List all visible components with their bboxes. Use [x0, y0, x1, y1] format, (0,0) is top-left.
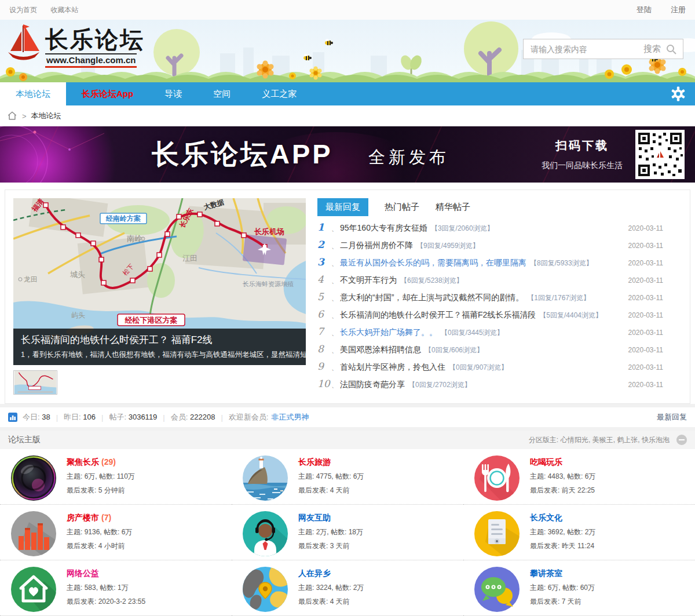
topic-title-link[interactable]: 不文明开车行为 — [340, 275, 397, 286]
set-home-link[interactable]: 设为首页 — [9, 6, 37, 14]
globe-pin-icon[interactable] — [242, 566, 288, 613]
search-icon[interactable] — [665, 43, 677, 55]
forum-category-cell: 吃喝玩乐 主题: 4483, 帖数: 6万 最后发表: 前天 22:25 — [463, 449, 695, 505]
document-icon[interactable] — [474, 511, 520, 557]
topic-tab[interactable]: 热门帖子 — [385, 198, 419, 216]
category-lastpost: 最后发表: 4 天前 — [298, 597, 364, 607]
slide-caption-title[interactable]: 长乐福清间的地铁什么时侯开工？ 福莆F2线 — [21, 333, 298, 347]
topic-title-link[interactable]: 意大利的“封国”，却在上演与武汉截然不同的剧情。 — [340, 293, 524, 303]
topic-tab[interactable]: 精华帖子 — [436, 198, 470, 216]
main-panel: 经南岭方案 经松下港区方案 福清 南岭 长乐东 大数据 长乐机场 江田 城头 龙… — [5, 189, 690, 404]
sailboat-logo-icon — [6, 24, 42, 63]
house-heart-icon[interactable] — [10, 566, 57, 613]
site-name: 长乐论坛 — [45, 28, 145, 51]
topic-title-link[interactable]: 美国邓恩涂料招聘信息 — [340, 345, 421, 355]
topic-title-link[interactable]: 二月份福州房价不降 — [340, 240, 413, 251]
topic-title-link[interactable]: 首站划片学区神房，拎包入住 — [340, 362, 445, 373]
category-stats: 主题: 6万, 帖数: 110万 — [67, 472, 135, 482]
login-link[interactable]: 登陆 — [637, 5, 652, 14]
bookmark-link[interactable]: 收藏本站 — [50, 6, 78, 14]
latest-reply-link[interactable]: 最新回复 — [657, 412, 687, 422]
topic-title-link[interactable]: 长乐大妈开始广场舞了。。 — [340, 327, 437, 338]
stat-segment: 会员: 222208 — [171, 412, 215, 422]
camera-lens-icon[interactable] — [10, 455, 57, 501]
topic-row: 9、 首站划片学区神房，拎包入住 【0回复/907浏览】 2020-03-11 — [317, 360, 682, 378]
topic-rank: 2 — [317, 239, 331, 250]
svg-text:长乐海蚌资源增殖: 长乐海蚌资源增殖 — [242, 280, 294, 287]
topic-row: 2、 二月份福州房价不降 【9回复/4959浏览】 2020-03-11 — [317, 239, 682, 256]
app-banner[interactable]: 长乐论坛APP 全新发布 扫码下载 我们一同品味长乐生活 — [0, 126, 695, 183]
new-member-link[interactable]: 非正式男神 — [271, 412, 309, 422]
svg-text:经南岭方案: 经南岭方案 — [105, 214, 141, 223]
topic-meta: 【1回复/1767浏览】 — [527, 293, 590, 303]
topic-meta: 【9回复/4959浏览】 — [416, 241, 480, 251]
forum-category-cell: 攀讲茶室 主题: 6万, 帖数: 60万 最后发表: 7 天前 — [463, 560, 695, 616]
banner-network-globe — [0, 126, 133, 183]
forum-category-cell: 网友互助 主题: 2万, 帖数: 18万 最后发表: 3 天前 — [232, 505, 463, 560]
banner-slogan: 我们一同品味长乐生活 — [542, 161, 623, 171]
settings-gear-icon[interactable] — [671, 86, 686, 104]
search-input[interactable] — [529, 44, 640, 54]
topic-row: 8、 美国邓恩涂料招聘信息 【0回复/606浏览】 2020-03-11 — [317, 343, 682, 360]
category-title[interactable]: 人在异乡 — [298, 568, 331, 579]
svg-text:龙田: 龙田 — [24, 275, 38, 283]
property-bars-icon[interactable] — [10, 511, 57, 557]
topic-rank: 4 — [317, 274, 331, 285]
nav-item[interactable]: 导读 — [149, 82, 197, 105]
topic-date: 2020-03-11 — [623, 381, 664, 389]
forum-section-title[interactable]: 论坛主版 — [8, 435, 41, 445]
svg-text:城头: 城头 — [70, 270, 85, 279]
topic-title-link[interactable]: 法国防疫奇葩分享 — [340, 380, 405, 390]
topic-rank: 1 — [317, 221, 331, 233]
topic-rank: 7 — [317, 326, 331, 337]
topic-meta: 【0回复/2702浏览】 — [408, 380, 471, 390]
breadcrumb-current[interactable]: 本地论坛 — [31, 111, 61, 121]
stat-segment: 昨日: 106 — [64, 412, 96, 422]
moderators-label: 分区版主: — [529, 435, 558, 445]
seaside-photo-icon[interactable] — [242, 455, 288, 501]
category-title[interactable]: 吃喝玩乐 — [530, 457, 562, 468]
nav-item[interactable]: 长乐论坛App — [66, 82, 149, 105]
category-title[interactable]: 长乐文化 — [530, 513, 562, 523]
topic-title-link[interactable]: 长乐福清间的地铁什么时侯开工？福莆F2线长乐福清段 — [340, 310, 536, 320]
forum-category-cell: 人在异乡 主题: 3224, 帖数: 2万 最后发表: 4 天前 — [232, 560, 463, 616]
topic-rank: 6 — [317, 308, 331, 320]
category-badge: (7) — [101, 513, 111, 522]
support-agent-icon[interactable] — [242, 511, 288, 557]
featured-slide[interactable]: 经南岭方案 经松下港区方案 福清 南岭 长乐东 大数据 长乐机场 江田 城头 龙… — [13, 198, 306, 365]
category-title[interactable]: 网友互助 — [298, 513, 331, 523]
category-title[interactable]: 网络公益 — [67, 568, 99, 579]
slide-thumbnail[interactable] — [13, 370, 57, 395]
topic-date: 2020-03-11 — [623, 363, 664, 371]
category-lastpost: 最后发表: 7 天前 — [530, 597, 595, 607]
chat-bubbles-icon[interactable] — [474, 566, 520, 613]
register-link[interactable]: 注册 — [671, 5, 686, 14]
forum-category-cell: 聚焦长乐(29) 主题: 6万, 帖数: 110万 最后发表: 5 分钟前 — [0, 449, 232, 505]
topic-tab[interactable]: 最新回复 — [317, 198, 368, 216]
topic-row: 6、 长乐福清间的地铁什么时侯开工？福莆F2线长乐福清段 【5回复/4404浏览… — [317, 308, 682, 326]
nav-item[interactable]: 义工之家 — [246, 82, 312, 105]
topic-title-link[interactable]: 最近有从国外会长乐的吗，需要隔离吗，在哪里隔离 — [340, 258, 526, 268]
site-logo[interactable]: 长乐论坛 www.Changle.com.cn — [6, 24, 145, 68]
topic-meta: 【3回复/2060浏览】 — [431, 224, 494, 234]
category-title[interactable]: 长乐旅游 — [298, 457, 331, 468]
collapse-button[interactable] — [676, 435, 687, 445]
nav-item[interactable]: 本地论坛 — [0, 82, 66, 105]
category-title[interactable]: 聚焦长乐 — [67, 457, 99, 468]
category-title[interactable]: 房产楼市 — [67, 513, 99, 523]
welcome-label: 欢迎新会员: — [229, 412, 269, 422]
home-icon[interactable] — [7, 111, 17, 121]
stat-segment: 帖子: 3036119 — [109, 412, 157, 422]
moderators-links[interactable]: 心情阳光, 美猴王, 鹤上张, 快乐泡泡 — [561, 435, 670, 445]
stat-segment: 今日: 38 — [23, 412, 50, 422]
dining-icon[interactable] — [474, 455, 520, 501]
search-button[interactable]: 搜索 — [643, 43, 661, 54]
topic-title-link[interactable]: 95年160大专有房女征婚 — [340, 223, 427, 234]
forum-category-cell: 房产楼市(7) 主题: 9136, 帖数: 6万 最后发表: 4 小时前 — [0, 505, 232, 560]
svg-text:经松下港区方案: 经松下港区方案 — [125, 316, 178, 325]
category-lastpost: 最后发表: 4 天前 — [298, 486, 364, 495]
topic-row: 4、 不文明开车行为 【6回复/5238浏览】 2020-03-11 — [317, 274, 682, 291]
category-title[interactable]: 攀讲茶室 — [530, 568, 562, 579]
nav-item[interactable]: 空间 — [197, 82, 246, 105]
forum-grid: 聚焦长乐(29) 主题: 6万, 帖数: 110万 最后发表: 5 分钟前 长乐… — [0, 449, 695, 616]
